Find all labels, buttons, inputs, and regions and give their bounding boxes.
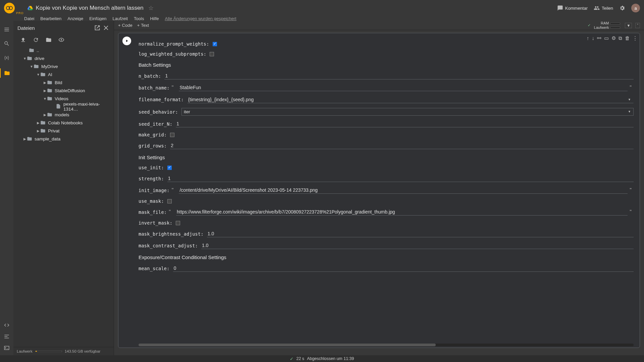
link-icon[interactable]: ⚯ xyxy=(597,35,601,41)
input-maskfile[interactable] xyxy=(176,208,628,216)
menu-laufzeit[interactable]: Laufzeit xyxy=(113,16,128,21)
comment-cell-icon[interactable]: ▭ xyxy=(604,35,609,41)
mount-drive-icon[interactable] xyxy=(46,37,52,43)
toc-icon[interactable] xyxy=(3,26,10,33)
lbl-invertmask: invert_mask: xyxy=(139,220,172,226)
lbl-gridrows: grid_rows: xyxy=(139,143,167,148)
tree-ai[interactable]: ▼AI xyxy=(13,70,114,78)
tree-drive[interactable]: ▼drive xyxy=(13,54,114,62)
tree-bild[interactable]: ▶Bild xyxy=(13,78,114,86)
tree-privat[interactable]: ▶Privat xyxy=(13,127,114,135)
status-msg: Abgeschlossen um 11:39 xyxy=(307,356,354,361)
menubar: Datei Bearbeiten Anzeige Einfügen Laufze… xyxy=(0,16,644,21)
gear-icon[interactable] xyxy=(619,5,625,11)
share-button[interactable]: Teilen xyxy=(594,5,613,11)
comment-icon xyxy=(557,5,563,11)
tree-sd[interactable]: ▶StableDiffusion xyxy=(13,86,114,95)
chk-invertmask[interactable] xyxy=(176,221,180,225)
input-maskbright[interactable] xyxy=(207,230,634,237)
menu-hilfe[interactable]: Hilfe xyxy=(150,16,159,21)
delete-cell-icon[interactable]: 🗑 xyxy=(625,35,630,41)
lbl-batchname: batch_name: xyxy=(139,85,170,90)
terminal-rail-icon[interactable] xyxy=(3,333,10,340)
more-icon[interactable]: ⋮ xyxy=(633,35,638,41)
input-initimage[interactable] xyxy=(179,187,628,194)
vars-icon[interactable]: {x} xyxy=(3,54,10,61)
lbl-filenamefmt: filename_format: xyxy=(139,97,184,102)
menu-bearbeiten[interactable]: Bearbeiten xyxy=(40,16,61,21)
runtime-menu[interactable]: ▼ xyxy=(625,23,632,28)
tree-video-file[interactable]: pexels-maxi-leiva-1314… xyxy=(13,103,114,111)
chk-makegrid[interactable] xyxy=(170,133,174,137)
form-cell: ↑ ↓ ⚯ ▭ ⚙ ⧉ 🗑 ⋮ normalize_prompt_weights… xyxy=(118,33,640,348)
saved-status[interactable]: Alle Änderungen wurden gespeichert xyxy=(165,16,236,21)
move-down-icon[interactable]: ↓ xyxy=(592,35,595,41)
tree-mydrive[interactable]: ▼MyDrive xyxy=(13,62,114,70)
add-code-button[interactable]: + Code xyxy=(118,23,132,28)
lbl-makegrid: make_grid: xyxy=(139,132,167,137)
colab-logo xyxy=(4,3,15,13)
add-text-button[interactable]: + Text xyxy=(137,23,149,28)
files-icon[interactable] xyxy=(0,68,13,78)
star-icon[interactable]: ☆ xyxy=(148,4,154,12)
chk-log[interactable] xyxy=(210,52,214,56)
hide-icon[interactable] xyxy=(58,37,64,43)
run-cell-button[interactable] xyxy=(122,37,131,45)
disk-free: 143.50 GB verfügbar xyxy=(65,349,101,353)
lbl-seedbehavior: seed_behavior: xyxy=(139,109,178,115)
code-snippets-icon[interactable] xyxy=(3,322,10,328)
menu-datei[interactable]: Datei xyxy=(24,16,34,21)
lbl-maskfile: mask_file: xyxy=(139,209,167,215)
status-time: 22 s xyxy=(296,356,304,361)
comment-button[interactable]: Kommentar xyxy=(557,5,588,11)
input-gridrows[interactable] xyxy=(170,142,634,149)
upload-icon[interactable] xyxy=(20,37,26,43)
files-sidebar: Dateien .. ▼drive ▼MyDrive ▼AI ▶Bild ▶St… xyxy=(13,21,114,355)
cell-settings-icon[interactable]: ⚙ xyxy=(611,35,616,41)
chk-usemask[interactable] xyxy=(167,199,172,203)
new-window-icon[interactable] xyxy=(94,24,101,32)
chk-normalize[interactable] xyxy=(213,42,217,46)
sel-seedbehavior[interactable] xyxy=(181,108,634,116)
chk-useinit[interactable] xyxy=(167,166,172,170)
cell-hscroll[interactable] xyxy=(139,344,634,346)
notebook-title[interactable]: Kopie von Kopie von Mensch altern lassen xyxy=(36,5,144,11)
close-icon[interactable] xyxy=(102,24,110,32)
tree-up[interactable]: .. xyxy=(13,46,114,54)
menu-anzeige[interactable]: Anzeige xyxy=(67,16,83,21)
disk-label: Laufwerk xyxy=(17,349,33,353)
share-label: Teilen xyxy=(602,6,613,11)
status-check-icon: ✓ xyxy=(290,356,293,361)
menu-tools[interactable]: Tools xyxy=(134,16,144,21)
tree-sample[interactable]: ▶sample_data xyxy=(13,135,114,143)
drive-icon xyxy=(27,5,33,11)
lbl-nbatch: n_batch: xyxy=(139,73,161,79)
input-meanscale[interactable] xyxy=(173,265,634,272)
heading-batch: Batch Settings xyxy=(139,62,634,68)
input-nbatch[interactable] xyxy=(164,72,634,79)
refresh-icon[interactable] xyxy=(33,37,39,43)
input-batchname[interactable] xyxy=(179,84,628,91)
tree-models[interactable]: ▶models xyxy=(13,111,114,119)
input-strength[interactable] xyxy=(167,175,634,182)
heading-init: Init Settings xyxy=(139,155,634,160)
input-maskcontrast[interactable] xyxy=(201,242,634,249)
lbl-log: log_weighted_subprompts: xyxy=(139,51,206,57)
terminal-icon[interactable] xyxy=(3,345,10,351)
tree-colab[interactable]: ▶Colab Notebooks xyxy=(13,119,114,127)
share-icon xyxy=(594,5,600,11)
resource-meter[interactable]: RAM Laufwerk xyxy=(594,21,621,29)
sel-filenamefmt[interactable] xyxy=(187,96,634,103)
menu-einfuegen[interactable]: Einfügen xyxy=(89,16,106,21)
lbl-strength: strength: xyxy=(139,176,164,181)
collapse-toggle[interactable]: ˆ xyxy=(635,23,640,28)
lbl-initimage: init_image: xyxy=(139,188,170,193)
avatar[interactable]: a xyxy=(631,4,640,12)
search-icon[interactable] xyxy=(3,40,10,47)
move-up-icon[interactable]: ↑ xyxy=(587,35,589,41)
lbl-maskbright: mask_brightness_adjust: xyxy=(139,231,204,237)
lbl-seeditern: seed_iter_N: xyxy=(139,121,172,127)
mirror-icon[interactable]: ⧉ xyxy=(619,35,622,41)
input-seeditern[interactable] xyxy=(176,120,634,127)
connected-check-icon: ✓ xyxy=(588,23,591,27)
